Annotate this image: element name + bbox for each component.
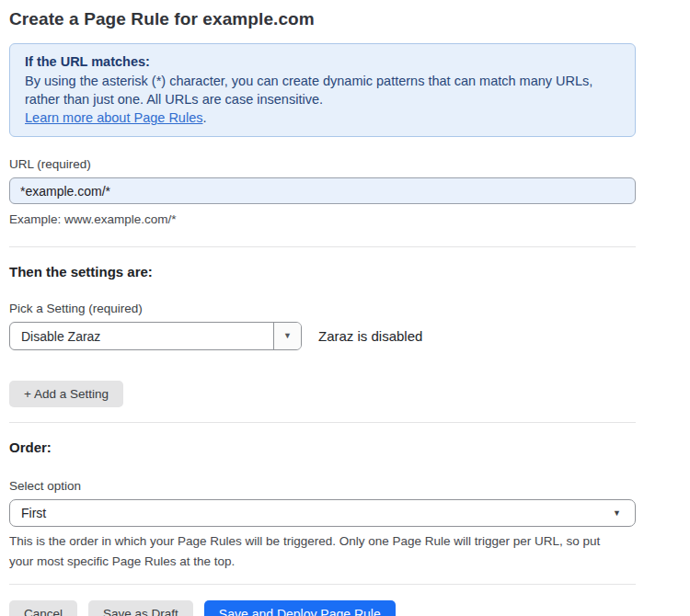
add-setting-wrap: + Add a Setting [9,381,636,407]
setting-select-arrow-button[interactable]: ▼ [273,323,301,349]
order-section-heading: Order: [9,439,636,455]
info-box-link-line: Learn more about Page Rules. [25,108,620,127]
page-title: Create a Page Rule for example.com [9,9,636,29]
link-period: . [202,110,206,125]
add-setting-button[interactable]: + Add a Setting [9,381,123,407]
info-box-heading: If the URL matches: [25,52,620,71]
order-select-value: First [21,506,46,520]
learn-more-link[interactable]: Learn more about Page Rules [25,110,202,125]
cancel-button[interactable]: Cancel [9,600,77,616]
setting-picker-label: Pick a Setting (required) [9,302,636,315]
footer-buttons: Cancel Save as Draft Save and Deploy Pag… [9,600,636,616]
divider-after-url [9,246,636,247]
save-deploy-button[interactable]: Save and Deploy Page Rule [204,600,396,616]
setting-select-value: Disable Zaraz [10,323,273,349]
order-help-text: This is the order in which your Page Rul… [9,531,627,572]
info-box-body: By using the asterisk (*) character, you… [25,72,620,108]
url-input[interactable] [9,177,636,204]
url-example-text: Example: www.example.com/* [9,210,636,229]
page-rule-form: Create a Page Rule for example.com If th… [9,9,636,616]
divider-after-settings [9,422,636,423]
order-select[interactable]: First ▼ [9,499,636,527]
order-select-label: Select option [9,479,636,493]
setting-select[interactable]: Disable Zaraz ▼ [9,322,302,350]
settings-section-heading: Then the settings are: [9,264,636,279]
url-matches-info-box: If the URL matches: By using the asteris… [9,43,636,137]
chevron-down-icon: ▼ [283,332,292,340]
url-field-label: URL (required) [9,157,636,171]
setting-status-text: Zaraz is disabled [318,328,422,344]
save-draft-button[interactable]: Save as Draft [88,600,193,616]
chevron-down-icon: ▼ [613,509,621,518]
setting-row: Disable Zaraz ▼ Zaraz is disabled [9,322,636,350]
divider-before-footer [9,584,636,585]
